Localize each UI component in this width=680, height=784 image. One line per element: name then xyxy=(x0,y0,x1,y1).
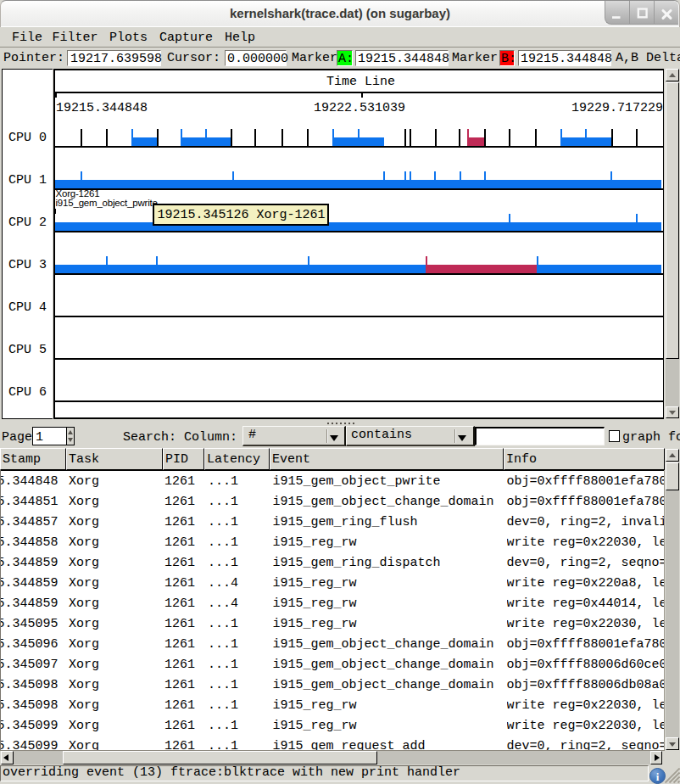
svg-text:i: i xyxy=(656,770,660,783)
